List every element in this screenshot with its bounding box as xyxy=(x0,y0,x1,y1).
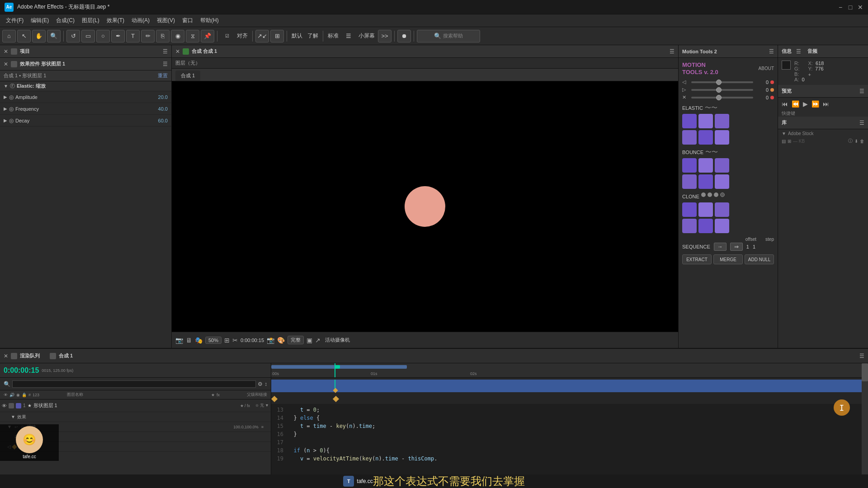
elastic-arrow[interactable]: ▼ xyxy=(4,84,8,89)
extract-btn[interactable]: EXTRACT xyxy=(682,254,712,264)
kf-start[interactable] xyxy=(271,396,278,402)
menu-file[interactable]: 文件(F) xyxy=(2,14,27,27)
quality-select[interactable]: 完整 xyxy=(288,336,304,344)
clone-tool[interactable]: ⎘ xyxy=(156,30,170,42)
kf-current[interactable] xyxy=(333,396,339,402)
current-time[interactable]: 0:00:00:15 xyxy=(4,366,39,375)
tl-close[interactable]: ✕ xyxy=(4,353,8,359)
info-plus[interactable]: + xyxy=(808,72,811,77)
clone-btn-2[interactable] xyxy=(698,202,713,217)
add-null-btn[interactable]: ADD NULL xyxy=(745,254,774,264)
puppet-tool[interactable]: ⧖ xyxy=(186,30,199,42)
slider2-track[interactable] xyxy=(691,89,753,91)
comp-menu[interactable]: ☰ xyxy=(670,48,675,55)
close-btn[interactable]: ✕ xyxy=(857,4,863,10)
project-close[interactable]: ✕ xyxy=(4,48,8,55)
list-view-btn[interactable]: ▤ xyxy=(782,139,786,144)
zoom-tool[interactable]: 🔍 xyxy=(47,30,61,42)
expand-btn[interactable]: ↗↙ xyxy=(255,30,269,42)
prev-back-btn[interactable]: ⏪ xyxy=(792,100,799,108)
project-menu[interactable]: ☰ xyxy=(163,48,168,55)
maximize-btn[interactable]: □ xyxy=(847,4,854,10)
clone-btn-1[interactable] xyxy=(682,202,697,217)
info-menu[interactable]: ☰ xyxy=(796,48,801,55)
window-controls[interactable]: − □ ✕ xyxy=(837,4,863,10)
menu-window[interactable]: 窗口 xyxy=(179,14,197,27)
menu-effect[interactable]: 效果(T) xyxy=(103,14,128,27)
zoom-select[interactable]: 50% xyxy=(205,337,222,344)
comp1-tab[interactable]: 合成 1 xyxy=(175,70,200,81)
menu-help[interactable]: 帮助(H) xyxy=(197,14,222,27)
layout-menu[interactable]: ☰ xyxy=(342,30,355,42)
ellipse-tool[interactable]: ○ xyxy=(96,30,110,42)
snap-check[interactable]: ☑ xyxy=(220,30,234,42)
decay-value[interactable]: 60.0 xyxy=(158,118,168,123)
prev-last-btn[interactable]: ⏭ xyxy=(823,100,829,108)
effect-close[interactable]: ✕ xyxy=(4,61,8,67)
menu-composition[interactable]: 合成(C) xyxy=(52,14,78,27)
search-bar[interactable]: 🔍 搜索帮助 xyxy=(417,30,480,42)
library-menu[interactable]: ☰ xyxy=(859,120,864,126)
pen-tool[interactable]: ✒ xyxy=(111,30,125,42)
elastic-btn-4[interactable] xyxy=(682,130,697,145)
download-btn[interactable]: ⬇ xyxy=(854,139,858,144)
layer1-vis[interactable]: 👁 xyxy=(2,403,7,408)
elastic-btn-1[interactable] xyxy=(682,114,697,128)
clone-btn-5[interactable] xyxy=(698,219,713,233)
timeline-scrubber[interactable] xyxy=(335,363,335,377)
clone-btn-6[interactable] xyxy=(715,219,729,233)
select-tool[interactable]: ↖ xyxy=(17,30,31,42)
tl-search-input[interactable] xyxy=(12,380,256,388)
elastic-btn-6[interactable] xyxy=(715,130,729,145)
menu-animation[interactable]: 动画(A) xyxy=(128,14,153,27)
minimize-btn[interactable]: − xyxy=(837,4,844,10)
tl-menu[interactable]: ☰ xyxy=(859,353,864,359)
layer1-name[interactable]: 形状图层 1 xyxy=(33,402,238,409)
record-btn[interactable]: ⏺ xyxy=(397,30,411,42)
bounce-btn-1[interactable] xyxy=(682,158,697,173)
menu-layer[interactable]: 图层(L) xyxy=(78,14,103,27)
tl-sort-btn[interactable]: ↕ xyxy=(264,381,267,387)
amplitude-value[interactable]: 20.0 xyxy=(158,94,168,100)
tl-tools-btn[interactable]: ⚙ xyxy=(258,381,263,387)
slider1-track[interactable] xyxy=(691,81,753,83)
clone-btn-4[interactable] xyxy=(682,219,697,233)
clone-btn-3[interactable] xyxy=(715,202,729,217)
elastic-btn-3[interactable] xyxy=(715,114,729,128)
trash-btn[interactable]: 🗑 xyxy=(860,139,864,144)
grid-view-btn[interactable]: ⊞ xyxy=(788,139,791,144)
more-btn[interactable]: >> xyxy=(378,30,392,42)
reset-button[interactable]: 重置 xyxy=(158,72,168,79)
effects-expand[interactable]: ▼ xyxy=(11,414,15,419)
preview-menu[interactable]: ☰ xyxy=(859,88,864,94)
decay-arrow[interactable]: ▶ xyxy=(4,118,7,123)
pin-tool[interactable]: 📌 xyxy=(201,30,214,42)
bounce-btn-4[interactable] xyxy=(682,174,697,189)
menu-edit[interactable]: 编辑(E) xyxy=(27,14,52,27)
bounce-btn-6[interactable] xyxy=(715,174,729,189)
undo-btn[interactable]: ↺ xyxy=(66,30,80,42)
region-btn[interactable]: ⊞ xyxy=(270,30,284,42)
frequency-value[interactable]: 40.0 xyxy=(158,106,168,112)
hand-tool[interactable]: ✋ xyxy=(32,30,46,42)
amplitude-arrow[interactable]: ▶ xyxy=(4,94,7,99)
brush-tool[interactable]: ✏ xyxy=(141,30,155,42)
code-scrollbar[interactable] xyxy=(862,404,868,474)
prev-first-btn[interactable]: ⏮ xyxy=(782,100,788,108)
comp-close[interactable]: ✕ xyxy=(175,48,180,55)
bounce-btn-2[interactable] xyxy=(698,158,713,173)
effect-menu[interactable]: ☰ xyxy=(163,61,168,67)
bounce-btn-3[interactable] xyxy=(715,158,729,173)
merge-btn[interactable]: MERGE xyxy=(713,254,743,264)
frequency-arrow[interactable]: ▶ xyxy=(4,106,7,111)
slider3-track[interactable] xyxy=(691,97,753,99)
home-btn[interactable]: ⌂ xyxy=(2,30,16,42)
seq-btn-2[interactable]: ⇒ xyxy=(730,243,743,251)
elastic-btn-2[interactable] xyxy=(698,114,713,128)
text-tool[interactable]: T xyxy=(126,30,140,42)
prev-fwd-btn[interactable]: ⏩ xyxy=(811,100,819,108)
info-btn[interactable]: ⓘ xyxy=(848,138,853,144)
prev-play-btn[interactable]: ▶ xyxy=(803,100,808,108)
seq-btn-1[interactable]: → xyxy=(714,243,726,251)
bounce-btn-5[interactable] xyxy=(698,174,713,189)
